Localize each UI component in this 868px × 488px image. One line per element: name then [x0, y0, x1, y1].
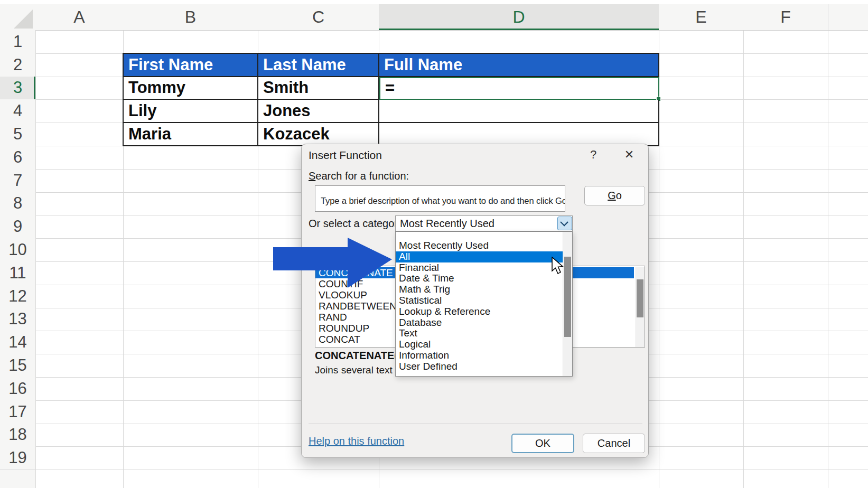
category-select-dropdown-button[interactable] — [557, 217, 572, 230]
row-header-17[interactable]: 17 — [0, 400, 35, 424]
row-header-2[interactable]: 2 — [0, 53, 35, 77]
table-cell[interactable]: Kozacek — [258, 123, 379, 146]
table-cell[interactable]: Smith — [258, 77, 379, 100]
help-link[interactable]: Help on this function — [309, 435, 425, 448]
dropdown-item[interactable]: Financial — [396, 262, 563, 274]
active-column-underline — [379, 29, 659, 30]
column-header-f[interactable]: F — [743, 4, 828, 30]
category-select[interactable]: Most Recently Used — [395, 215, 573, 231]
go-button[interactable]: Go — [584, 186, 645, 205]
row-header-10[interactable]: 10 — [0, 238, 35, 261]
row-header-8[interactable]: 8 — [0, 192, 35, 215]
row-header-16[interactable]: 16 — [0, 377, 35, 400]
row-header-14[interactable]: 14 — [0, 331, 35, 354]
dialog-divider — [309, 423, 642, 424]
row-header-9[interactable]: 9 — [0, 215, 35, 238]
row-header-5[interactable]: 5 — [0, 123, 35, 146]
active-row-bar — [34, 77, 35, 100]
help-icon[interactable]: ? — [586, 148, 600, 162]
cancel-button[interactable]: Cancel — [583, 434, 645, 453]
row-header-19[interactable]: 19 — [0, 446, 35, 470]
dropdown-item[interactable]: Text — [396, 328, 563, 339]
table-cell[interactable]: Jones — [258, 100, 379, 123]
big-arrow-graphic — [269, 232, 399, 293]
dropdown-item[interactable]: Statistical — [396, 295, 563, 306]
close-icon[interactable]: ✕ — [622, 148, 636, 162]
search-label: Search for a function: — [309, 170, 478, 183]
table-header-cell[interactable]: Last Name — [258, 54, 379, 77]
dialog-title: Insert Function — [309, 149, 467, 163]
dropdown-item[interactable]: Logical — [396, 339, 563, 350]
table-cell[interactable]: Lily — [124, 100, 258, 123]
column-header-c[interactable]: C — [258, 4, 379, 30]
ok-button-label: OK — [535, 437, 550, 449]
chevron-down-icon — [560, 218, 568, 226]
row-header-7[interactable]: 7 — [0, 169, 35, 192]
header-divider — [0, 30, 868, 31]
row-header-13[interactable]: 13 — [0, 308, 35, 331]
search-input[interactable] — [315, 185, 565, 212]
cancel-button-label: Cancel — [598, 437, 630, 449]
active-cell[interactable]: = — [379, 77, 659, 100]
column-header-e[interactable]: E — [659, 4, 743, 30]
go-button-label: Go — [608, 190, 622, 202]
table-header-cell[interactable]: Full Name — [379, 54, 659, 77]
gridline — [0, 470, 868, 470]
table-cell[interactable]: Maria — [124, 123, 258, 146]
row-header-1[interactable]: 1 — [0, 30, 35, 53]
dropdown-item[interactable]: Math & Trig — [396, 284, 563, 295]
dropdown-item[interactable]: All — [396, 251, 563, 262]
dropdown-item[interactable]: User Defined — [396, 361, 563, 372]
row-header-4[interactable]: 4 — [0, 99, 35, 123]
column-header-d[interactable]: D — [379, 4, 659, 30]
column-header-b[interactable]: B — [123, 4, 258, 30]
mouse-cursor-icon — [552, 257, 565, 275]
row-header-6[interactable]: 6 — [0, 146, 35, 169]
row-header-15[interactable]: 15 — [0, 354, 35, 377]
row-header-18[interactable]: 18 — [0, 424, 35, 447]
scrollbar-thumb[interactable] — [637, 279, 643, 317]
dropdown-item[interactable]: Information — [396, 350, 563, 361]
ok-button[interactable]: OK — [511, 434, 574, 453]
dropdown-item[interactable]: Most Recently Used — [396, 240, 563, 251]
dropdown-item[interactable]: Lookup & Reference — [396, 306, 563, 317]
column-header-a[interactable]: A — [35, 4, 123, 30]
dropdown-item[interactable]: Date & Time — [396, 273, 563, 284]
table-cell[interactable]: Tommy — [124, 77, 258, 100]
category-select-value: Most Recently Used — [400, 218, 494, 230]
names-table: First NameLast NameFull NameTommySmith=L… — [123, 53, 659, 146]
table-cell[interactable] — [379, 123, 659, 146]
row-header-11[interactable]: 11 — [0, 261, 35, 285]
excel-spreadsheet: ABCDEF12345678910111213141516171819First… — [0, 0, 868, 488]
table-header-cell[interactable]: First Name — [124, 54, 258, 77]
row-header-12[interactable]: 12 — [0, 285, 35, 308]
category-dropdown: Most Recently UsedAllFinancialDate & Tim… — [395, 231, 573, 377]
select-all-corner[interactable] — [0, 4, 35, 30]
select-all-triangle-icon — [14, 10, 33, 29]
dropdown-item[interactable]: Database — [396, 317, 563, 329]
table-cell[interactable] — [379, 100, 659, 123]
row-header-3[interactable]: 3 — [0, 77, 35, 100]
